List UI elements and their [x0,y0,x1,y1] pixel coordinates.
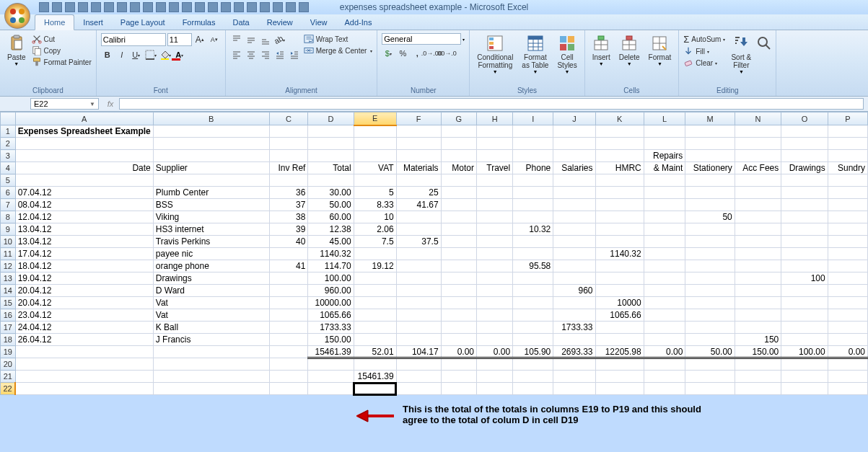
cell-P18[interactable] [828,334,867,346]
cell-K19[interactable]: 12205.98 [595,346,644,358]
cell-E14[interactable] [354,285,396,297]
cell-E18[interactable] [354,334,396,346]
cell-H4[interactable]: Travel [477,162,513,174]
cell-I16[interactable] [513,309,553,322]
cell-F15[interactable] [396,297,441,309]
cell-N22[interactable] [735,383,781,395]
cell-F1[interactable] [396,125,441,138]
formula-input[interactable] [119,98,864,110]
cell-P13[interactable] [828,272,867,285]
row-header-4[interactable]: 4 [1,162,16,174]
cell-O11[interactable] [781,248,828,260]
cell-B15[interactable]: Vat [153,297,269,309]
cell-C14[interactable] [269,285,308,297]
cell-E9[interactable]: 2.06 [354,223,396,236]
cell-E4[interactable]: VAT [354,162,396,174]
cell-H22[interactable] [477,383,513,395]
cell-B18[interactable]: J Francis [153,334,269,346]
column-header-C[interactable]: C [269,112,308,125]
find-select-button[interactable] [757,33,771,55]
shrink-font-button[interactable]: A▾ [208,33,221,46]
cell-G17[interactable] [441,322,476,334]
cell-F12[interactable] [396,260,441,272]
cell-N20[interactable] [735,358,781,371]
cell-P3[interactable] [828,150,867,162]
qa-icon-8[interactable] [130,2,140,12]
italic-button[interactable]: I [115,48,128,61]
cell-A14[interactable]: 20.04.12 [15,285,153,297]
cell-K20[interactable] [595,358,644,371]
cell-A17[interactable]: 24.04.12 [15,322,153,334]
cell-M9[interactable] [685,223,735,236]
column-header-F[interactable]: F [396,112,441,125]
cell-M21[interactable] [685,371,735,383]
cell-J16[interactable] [553,309,595,322]
cell-F17[interactable] [396,322,441,334]
cell-K5[interactable] [595,174,644,187]
cell-J19[interactable]: 2693.33 [553,346,595,358]
cell-H17[interactable] [477,322,513,334]
cell-B6[interactable]: Plumb Center [153,187,269,199]
qa-icon-18[interactable] [260,2,270,12]
save-icon[interactable] [39,2,49,12]
cell-B5[interactable] [153,174,269,187]
cell-N13[interactable] [735,272,781,285]
cell-G10[interactable] [441,236,476,248]
cell-N11[interactable] [735,248,781,260]
cell-K17[interactable] [595,322,644,334]
cell-O21[interactable] [781,371,828,383]
cell-I2[interactable] [513,138,553,150]
cell-I12[interactable]: 95.58 [513,260,553,272]
row-header-16[interactable]: 16 [1,309,16,322]
cell-H9[interactable] [477,223,513,236]
font-color-button[interactable]: A▾ [173,48,186,61]
align-middle-button[interactable] [245,33,258,46]
cell-I9[interactable]: 10.32 [513,223,553,236]
cell-H14[interactable] [477,285,513,297]
cell-A3[interactable] [15,150,153,162]
cell-O4[interactable]: Drawings [781,162,828,174]
cell-P8[interactable] [828,211,867,223]
cell-P21[interactable] [828,371,867,383]
cell-F11[interactable] [396,248,441,260]
cell-K3[interactable] [595,150,644,162]
cell-O14[interactable] [781,285,828,297]
cell-M3[interactable] [685,150,735,162]
cell-F6[interactable]: 25 [396,187,441,199]
cell-D14[interactable]: 960.00 [308,285,354,297]
align-top-button[interactable] [230,33,243,46]
cell-O3[interactable] [781,150,828,162]
cell-H13[interactable] [477,272,513,285]
cell-J14[interactable]: 960 [553,285,595,297]
cell-H11[interactable] [477,248,513,260]
cell-K12[interactable] [595,260,644,272]
cell-A11[interactable]: 17.04.12 [15,248,153,260]
cell-N7[interactable] [735,199,781,211]
row-header-1[interactable]: 1 [1,125,16,138]
cell-M16[interactable] [685,309,735,322]
cell-F10[interactable]: 37.5 [396,236,441,248]
cell-D7[interactable]: 50.00 [308,199,354,211]
row-header-17[interactable]: 17 [1,322,16,334]
cell-J10[interactable] [553,236,595,248]
cell-F4[interactable]: Materials [396,162,441,174]
cell-O15[interactable] [781,297,828,309]
cell-C17[interactable] [269,322,308,334]
cell-O9[interactable] [781,223,828,236]
cell-M17[interactable] [685,322,735,334]
cell-H2[interactable] [477,138,513,150]
cell-N14[interactable] [735,285,781,297]
paste-button[interactable]: Paste ▼ [4,33,29,68]
cell-C6[interactable]: 36 [269,187,308,199]
cell-B12[interactable]: orange phone [153,260,269,272]
row-header-18[interactable]: 18 [1,334,16,346]
cell-I7[interactable] [513,199,553,211]
cell-H7[interactable] [477,199,513,211]
cell-H12[interactable] [477,260,513,272]
cell-A10[interactable]: 13.04.12 [15,236,153,248]
cell-G6[interactable] [441,187,476,199]
decrease-decimal-button[interactable]: .00→.0 [439,47,452,60]
cell-I11[interactable] [513,248,553,260]
cell-M19[interactable]: 50.00 [685,346,735,358]
qa-icon-17[interactable] [247,2,257,12]
